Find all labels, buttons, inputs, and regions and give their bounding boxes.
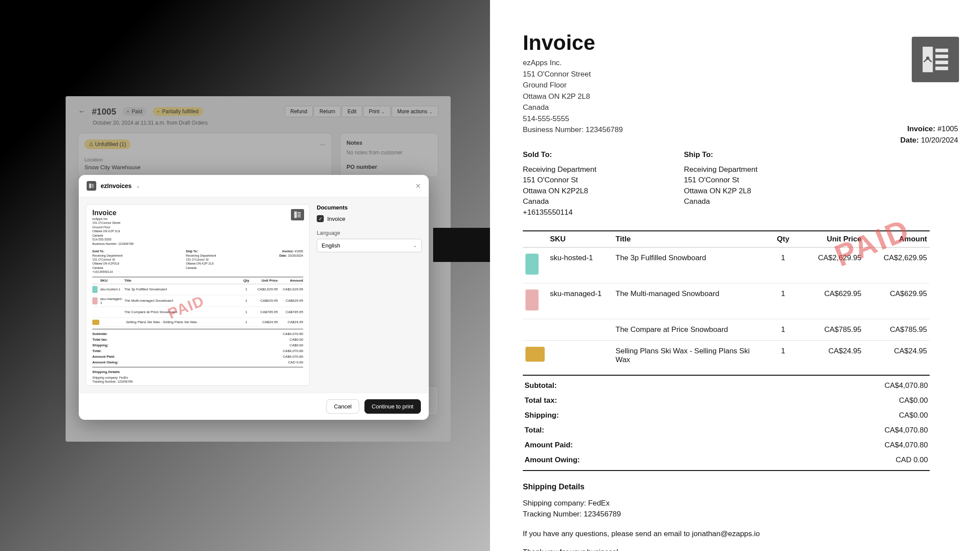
total-row: Total tax:CA$0.00 [523, 393, 930, 408]
continue-to-print-button[interactable]: Continue to print [364, 399, 421, 414]
fulfillment-card: ⚠ Unfulfilled (1) ⋯ Location Snow City W… [78, 133, 332, 177]
svg-rect-14 [935, 55, 948, 58]
language-select[interactable]: English ⌄ [317, 239, 422, 252]
order-number: #1005 [92, 107, 116, 117]
table-row: Selling Plans Ski Wax - Selling Plans Sk… [523, 340, 930, 370]
total-row: Total:CA$4,070.80 [523, 423, 930, 438]
app-logo-icon [87, 181, 96, 191]
chevron-down-icon: ⌄ [381, 109, 385, 114]
table-row: The Compare at Price Snowboard1CA$785.95… [523, 319, 930, 340]
total-row: Subtotal:CA$4,070.80 [523, 378, 930, 393]
svg-rect-16 [935, 66, 948, 70]
shipping-heading: Shipping Details [523, 482, 962, 492]
notes-heading: Notes [346, 139, 432, 146]
svg-rect-2 [92, 185, 94, 185]
invoice-logo-icon [912, 37, 959, 82]
po-heading: PO number [346, 164, 432, 170]
fulfillment-badge: Partially fulfilled [153, 107, 203, 116]
location-label: Location [84, 157, 326, 162]
invoice-checkbox[interactable]: ✓ Invoice [317, 215, 422, 222]
svg-rect-7 [298, 213, 301, 214]
notes-card: Notes No notes from customer PO number [340, 133, 438, 177]
invoice-preview: Invoice ezApps Inc.151 O'Connor StreetGr… [86, 204, 310, 386]
svg-rect-4 [92, 187, 94, 188]
ezinvoices-modal: ezInvoices ⌄ ✕ Invoice ezApps Inc.151 O'… [79, 175, 429, 420]
close-icon[interactable]: ✕ [415, 182, 421, 190]
arrow-right-icon [433, 188, 490, 302]
refund-button[interactable]: Refund [285, 106, 313, 117]
edit-button[interactable]: Edit [342, 106, 362, 117]
unfulfilled-badge: ⚠ Unfulfilled (1) [84, 139, 130, 149]
svg-rect-6 [298, 212, 301, 213]
svg-marker-10 [433, 199, 490, 290]
invoice-document: Invoice ezApps Inc.151 O'Connor StreetGr… [490, 0, 980, 551]
svg-rect-13 [935, 49, 948, 52]
paid-badge: Paid [122, 107, 147, 116]
chevron-down-icon: ⌄ [413, 243, 417, 248]
shipping-details: Shipping company: FedExTracking Number: … [523, 498, 962, 520]
card-menu-icon[interactable]: ⋯ [320, 141, 326, 148]
svg-rect-9 [298, 216, 301, 217]
svg-rect-0 [89, 184, 91, 188]
checkbox-checked-icon: ✓ [317, 215, 324, 222]
ship-to-block: Ship To: Receiving Department151 O'Conno… [684, 150, 757, 218]
invoice-title: Invoice [523, 31, 962, 55]
chevron-down-icon: ⌄ [429, 109, 433, 114]
language-label: Language [317, 230, 422, 236]
svg-rect-8 [298, 215, 301, 216]
sold-to-block: Sold To: Receiving Department151 O'Conno… [523, 150, 596, 218]
totals-block: Subtotal:CA$4,070.80Total tax:CA$0.00Shi… [523, 375, 930, 471]
table-row: sku-managed-1The Multi-managed Snowboard… [523, 283, 930, 319]
chevron-down-icon[interactable]: ⌄ [136, 183, 140, 189]
return-button[interactable]: Return [314, 106, 341, 117]
total-row: Amount Owing:CAD 0.00 [523, 453, 930, 467]
svg-rect-3 [92, 186, 94, 187]
total-row: Shipping:CA$0.00 [523, 408, 930, 423]
print-button[interactable]: Print ⌄ [363, 106, 391, 117]
invoice-logo-icon [291, 209, 304, 220]
modal-options: Documents ✓ Invoice Language English ⌄ [317, 204, 422, 386]
order-timestamp: October 20, 2024 at 11:31 a.m. from Draf… [66, 120, 451, 133]
invoice-meta: Invoice: #1005 Date: 10/20/2024 [900, 123, 958, 146]
line-items-table: SKU Title Qty Unit Price Amount sku-host… [523, 230, 930, 370]
location-value: Snow City Warehouse [84, 164, 326, 171]
svg-rect-5 [294, 212, 297, 218]
question-note: If you have any questions, please send a… [523, 530, 962, 538]
svg-rect-15 [935, 61, 948, 64]
back-arrow-icon[interactable]: ← [78, 107, 86, 116]
invoice-from-address: ezApps Inc.151 O'Connor StreetGround Flo… [523, 57, 962, 136]
svg-rect-1 [92, 184, 94, 185]
notes-value: No notes from customer [346, 150, 432, 156]
cancel-button[interactable]: Cancel [326, 399, 359, 414]
modal-title: ezInvoices [101, 182, 132, 189]
documents-heading: Documents [317, 204, 422, 211]
thank-you-note: Thank you for your business! [523, 548, 962, 551]
more-actions-button[interactable]: More actions ⌄ [392, 106, 438, 117]
total-row: Amount Paid:CA$4,070.80 [523, 438, 930, 453]
table-row: sku-hosted-1The 3p Fulfilled Snowboard1C… [523, 247, 930, 283]
